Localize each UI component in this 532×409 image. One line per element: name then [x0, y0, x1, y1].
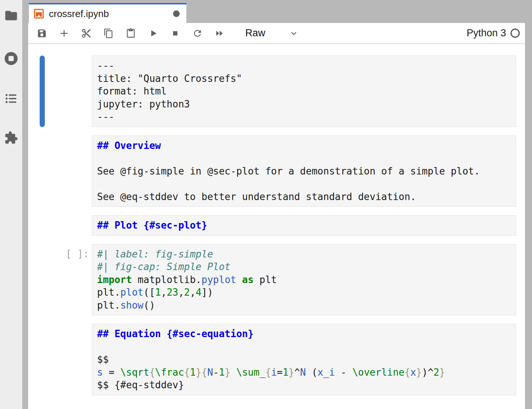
notebook-toolbar: Raw Python 3	[28, 23, 525, 44]
restart-run-all-button[interactable]	[214, 28, 225, 39]
copy-cells-button[interactable]	[103, 28, 114, 39]
cell-type-value: Raw	[245, 27, 265, 39]
cell-editor[interactable]: ## Equation {#sec-equation} $$s = \sqrt{…	[92, 324, 516, 395]
cell-type-dropdown[interactable]: Raw	[245, 27, 299, 39]
save-button[interactable]	[36, 28, 47, 39]
cell-raw: ---title: "Quarto Crossrefs"format: html…	[28, 56, 516, 127]
table-of-contents-icon[interactable]	[3, 90, 19, 107]
cell-editor[interactable]: #| label: fig-simple#| fig-cap: Simple P…	[92, 244, 516, 316]
kernel-status-circle-icon	[511, 29, 520, 38]
kernel-name: Python 3	[466, 27, 506, 39]
extension-manager-icon[interactable]	[3, 130, 19, 146]
cut-cells-button[interactable]	[81, 28, 92, 39]
cell-markdown: ## Plot {#sec-plot}	[28, 215, 516, 236]
cell-markdown: ## Overview See @fig-simple in @sec-plot…	[28, 136, 516, 207]
cell-markdown: ## Equation {#sec-equation} $$s = \sqrt{…	[28, 324, 516, 395]
interrupt-kernel-button[interactable]	[170, 28, 181, 39]
running-kernels-icon[interactable]	[3, 50, 19, 67]
cell-editor[interactable]: ## Overview See @fig-simple in @sec-plot…	[92, 136, 516, 207]
jupyterlab-window: crossref.ipynb Raw	[0, 0, 532, 409]
tab-title: crossref.ipynb	[49, 8, 109, 20]
notebook-file-icon	[34, 9, 44, 19]
cell-editor[interactable]: ## Plot {#sec-plot}	[92, 215, 516, 236]
unsaved-changes-dot	[173, 10, 180, 17]
execution-count-prompt: [ ]:	[28, 248, 89, 259]
paste-cells-button[interactable]	[125, 28, 136, 39]
chevron-down-icon	[289, 29, 299, 38]
active-cell-collapser[interactable]	[40, 56, 45, 127]
activity-sidebar	[0, 0, 22, 409]
notebook-panel: ---title: "Quarto Crossrefs"format: html…	[28, 44, 525, 409]
kernel-indicator[interactable]: Python 3	[466, 27, 522, 39]
notebook-tab[interactable]: crossref.ipynb	[29, 3, 186, 23]
restart-kernel-button[interactable]	[192, 28, 203, 39]
file-browser-icon[interactable]	[3, 7, 19, 24]
cell-editor[interactable]: ---title: "Quarto Crossrefs"format: html…	[92, 56, 516, 127]
insert-cell-button[interactable]	[59, 28, 70, 39]
cell-list: ---title: "Quarto Crossrefs"format: html…	[28, 56, 525, 395]
cell-code: [ ]:#| label: fig-simple#| fig-cap: Simp…	[28, 244, 516, 316]
run-cell-button[interactable]	[147, 28, 159, 39]
